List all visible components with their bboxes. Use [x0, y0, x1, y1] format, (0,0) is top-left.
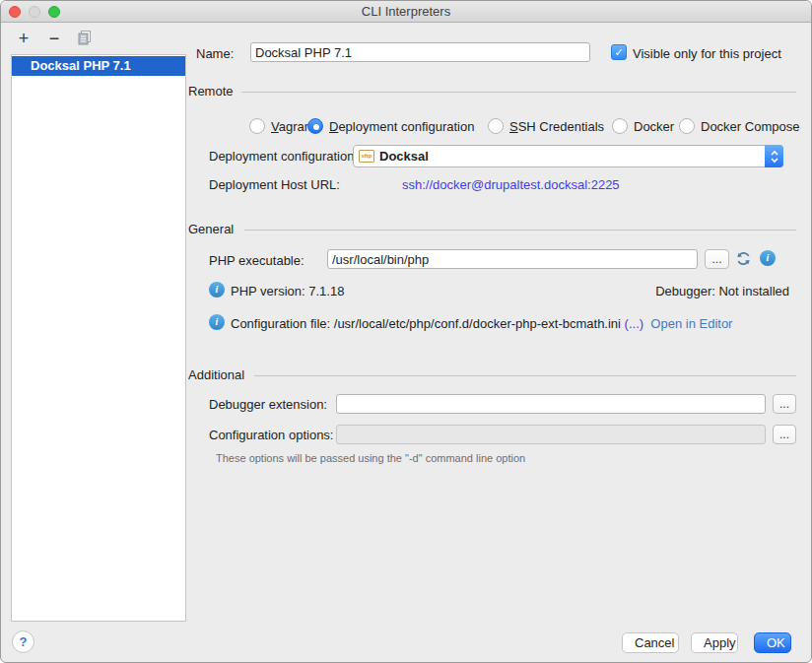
radio-docker-compose-label[interactable]: Docker Compose: [701, 119, 799, 134]
remote-section-divider: [241, 92, 796, 93]
configuration-options-label: Configuration options:: [209, 428, 333, 442]
radio-docker-compose[interactable]: [679, 118, 695, 134]
debugger-status-text: Debugger: Not installed: [655, 284, 789, 298]
interpreter-list-toolbar: + −: [15, 30, 94, 47]
reload-phpinfo-icon[interactable]: [735, 250, 752, 270]
additional-section-divider: [254, 375, 796, 376]
radio-ssh-credentials-label[interactable]: SSH Credentials: [509, 119, 604, 134]
php-executable-browse-button[interactable]: ...: [705, 249, 729, 269]
additional-section-title: Additional: [188, 367, 244, 382]
add-interpreter-button[interactable]: +: [15, 30, 33, 47]
open-in-editor-link[interactable]: Open in Editor: [650, 316, 732, 331]
show-phpinfo-icon[interactable]: i: [760, 250, 776, 266]
radio-deployment-configuration[interactable]: [307, 118, 323, 134]
name-input[interactable]: [250, 42, 590, 62]
debugger-extension-browse-button[interactable]: ...: [773, 394, 796, 414]
deployment-configuration-select[interactable]: sftp Docksal: [353, 145, 783, 167]
general-section-divider: [244, 230, 796, 231]
php-version-text: PHP version: 7.1.18: [231, 284, 344, 298]
deployment-configuration-value: Docksal: [379, 149, 429, 164]
sftp-icon: sftp: [359, 150, 374, 163]
apply-button[interactable]: Apply: [691, 632, 738, 653]
titlebar: CLI Interpreters: [1, 1, 811, 23]
copy-interpreter-button[interactable]: [76, 30, 94, 47]
radio-docker-label[interactable]: Docker: [634, 119, 674, 134]
cancel-button[interactable]: Cancel: [622, 632, 679, 653]
remote-section-title: Remote: [188, 84, 234, 99]
deployment-configuration-label: Deployment configuration:: [209, 149, 358, 164]
interpreter-list: Docksal PHP 7.1: [11, 54, 186, 622]
remove-interpreter-button[interactable]: −: [45, 30, 63, 47]
name-label: Name:: [196, 46, 234, 61]
list-item-docksal-php[interactable]: Docksal PHP 7.1: [12, 56, 185, 76]
copy-icon: [77, 30, 93, 48]
deployment-host-url-value: ssh://docker@drupaltest.docksal:2225: [402, 177, 620, 192]
configuration-options-browse-button[interactable]: ...: [773, 425, 796, 444]
window-title: CLI Interpreters: [1, 4, 811, 19]
combobox-stepper-icon: [765, 145, 783, 167]
cli-interpreters-dialog: CLI Interpreters + − Docksal PHP 7.1 Nam…: [0, 0, 812, 663]
config-file-expand-link[interactable]: (...): [625, 316, 644, 331]
visible-only-checkbox-label[interactable]: Visible only for this project: [633, 46, 781, 61]
debugger-extension-label: Debugger extension:: [209, 397, 327, 412]
radio-ssh-credentials[interactable]: [488, 118, 504, 134]
config-file-text: Configuration file: /usr/local/etc/php/c…: [231, 316, 732, 331]
radio-vagrant[interactable]: [249, 118, 265, 134]
radio-deployment-configuration-label[interactable]: Deployment configuration: [329, 119, 474, 134]
deployment-host-url-label: Deployment Host URL:: [209, 177, 340, 192]
php-executable-input[interactable]: [327, 249, 698, 269]
config-file-info-icon: i: [209, 314, 225, 330]
configuration-options-input: [336, 425, 766, 444]
php-executable-label: PHP executable:: [209, 253, 304, 268]
php-version-info-icon: i: [209, 282, 225, 298]
general-section-title: General: [188, 222, 234, 236]
debugger-extension-input[interactable]: [336, 394, 766, 414]
ok-button[interactable]: OK: [754, 632, 791, 653]
help-button[interactable]: ?: [12, 630, 34, 653]
options-hint-text: These options will be passed using the "…: [216, 452, 525, 464]
radio-docker[interactable]: [612, 118, 628, 134]
visible-only-checkbox[interactable]: ✓: [611, 44, 627, 60]
